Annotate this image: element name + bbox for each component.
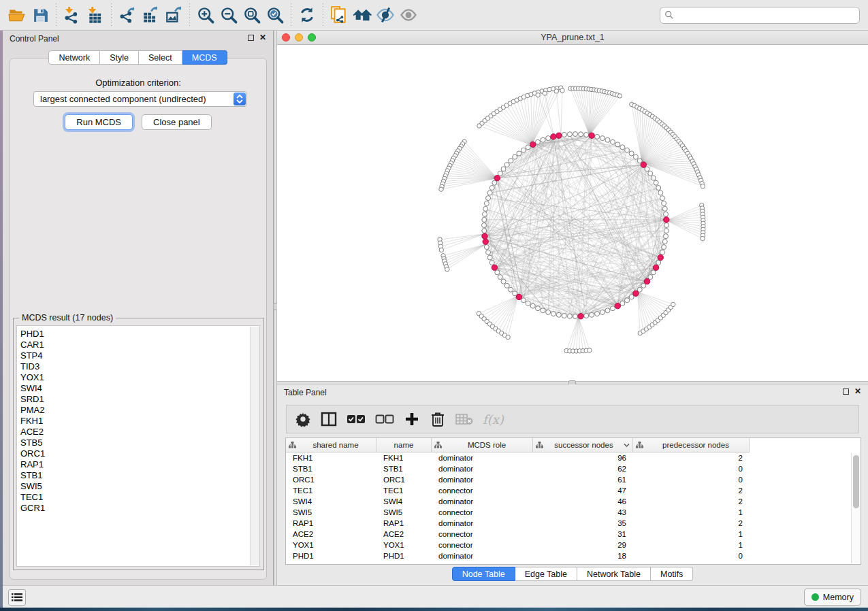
show-columns-button[interactable] (321, 410, 337, 428)
tab-motifs[interactable]: Motifs (651, 567, 693, 581)
table-row[interactable]: YOX1YOX1connector291 (286, 540, 861, 550)
export-table-button[interactable] (139, 3, 162, 27)
show-all-button[interactable] (397, 3, 420, 27)
cell-predecessor-nodes: 0 (633, 465, 750, 473)
cell-shared-name: RAP1 (286, 519, 376, 527)
hide-selected-button[interactable] (374, 3, 397, 27)
zoom-selected-icon (266, 6, 285, 24)
column-header-MCDS-role[interactable]: MCDS role (432, 438, 533, 452)
import-network-button[interactable] (61, 3, 84, 27)
table-row[interactable]: ORC1ORC1dominator610 (286, 474, 861, 485)
column-header-name[interactable]: name (376, 438, 432, 452)
float-panel-icon[interactable] (843, 389, 849, 395)
run-mcds-button[interactable]: Run MCDS (65, 114, 133, 130)
network-canvas[interactable] (277, 45, 868, 381)
table-row[interactable]: PHD1PHD1dominator180 (286, 550, 861, 561)
table-row[interactable]: RAP1RAP1dominator352 (286, 518, 861, 529)
deselect-all-columns-button[interactable] (375, 410, 394, 428)
table-scrollbar-thumb[interactable] (853, 455, 859, 508)
optimization-criterion-label: Optimization criterion: (10, 78, 266, 88)
mcds-result-item[interactable]: STB5 (20, 437, 259, 448)
mcds-result-item[interactable]: TEC1 (20, 492, 259, 503)
delete-table-button[interactable] (455, 410, 473, 428)
export-network-button[interactable] (116, 3, 139, 27)
zoom-out-button[interactable] (217, 3, 240, 27)
hierarchy-icon (636, 442, 643, 448)
optimization-criterion-select[interactable]: largest connected component (undirected) (33, 91, 247, 107)
tab-edge-table[interactable]: Edge Table (515, 567, 577, 581)
table-row[interactable]: TEC1TEC1connector472 (286, 485, 861, 496)
cell-predecessor-nodes: 2 (633, 454, 750, 462)
table-row[interactable]: FKH1FKH1dominator962 (286, 452, 861, 463)
tab-select[interactable]: Select (139, 50, 182, 65)
memory-button[interactable]: Memory (804, 589, 861, 606)
mcds-result-item[interactable]: PHD1 (20, 329, 259, 340)
mcds-result-item[interactable]: PMA2 (20, 405, 259, 416)
table-row[interactable]: SWI5SWI5connector431 (286, 507, 861, 518)
add-column-button[interactable] (404, 410, 420, 428)
mcds-result-item[interactable]: YOX1 (20, 372, 259, 383)
open-session-button[interactable] (5, 3, 29, 27)
mcds-result-item[interactable]: GCR1 (20, 503, 259, 514)
export-image-button[interactable] (162, 3, 185, 27)
mcds-result-item[interactable]: TID3 (20, 361, 259, 372)
column-header-predecessor-nodes[interactable]: predecessor nodes (633, 438, 750, 452)
tab-style[interactable]: Style (100, 50, 139, 65)
select-all-columns-button[interactable] (347, 410, 366, 428)
import-table-button[interactable] (84, 3, 107, 27)
mcds-result-group: MCDS result (17 nodes) PHD1CAR1STP4TID3Y… (13, 318, 264, 570)
apply-function-button[interactable]: f(x) (483, 410, 504, 428)
cell-successor-nodes: 43 (533, 508, 633, 516)
mcds-result-item[interactable]: FKH1 (20, 416, 259, 427)
save-session-button[interactable] (29, 3, 52, 27)
mcds-result-item[interactable]: RAP1 (20, 459, 259, 470)
tab-mcds[interactable]: MCDS (182, 50, 227, 65)
close-panel-icon[interactable]: ✕ (259, 34, 266, 41)
mcds-result-item[interactable]: ACE2 (20, 427, 259, 437)
refresh-network-button[interactable] (295, 3, 319, 27)
close-panel-icon[interactable]: ✕ (854, 388, 861, 395)
first-neighbors-button[interactable] (351, 3, 374, 27)
network-window-titlebar[interactable]: YPA_prune.txt_1 (277, 31, 868, 45)
zoom-fit-button[interactable] (240, 3, 263, 27)
search-input[interactable] (674, 10, 855, 20)
control-panel: Control Panel ✕ NetworkStyleSelectMCDS O… (3, 31, 274, 585)
mcds-result-list[interactable]: PHD1CAR1STP4TID3YOX1SWI4SRD1PMA2FKH1ACE2… (16, 325, 260, 567)
mcds-result-item[interactable]: CAR1 (20, 340, 259, 350)
plus-icon (405, 412, 419, 426)
table-scrollbar-track[interactable] (851, 453, 860, 563)
list-scrollbar-track[interactable] (250, 327, 259, 565)
mcds-result-item[interactable]: SWI4 (20, 383, 259, 394)
table-row[interactable]: STB1STB1dominator620 (286, 463, 861, 474)
network-search[interactable] (660, 7, 860, 24)
minimize-window-icon[interactable] (295, 33, 303, 42)
mcds-result-item[interactable]: ORC1 (20, 448, 259, 459)
tab-network-table[interactable]: Network Table (577, 567, 651, 581)
hierarchy-icon (536, 442, 543, 448)
import-network-icon (63, 6, 81, 24)
mcds-result-item[interactable]: SWI5 (20, 481, 259, 492)
table-row[interactable]: ACE2ACE2connector311 (286, 529, 861, 540)
close-panel-button[interactable]: Close panel (142, 114, 212, 130)
new-network-from-selection-button[interactable] (327, 3, 351, 27)
search-icon (664, 10, 674, 20)
control-panel-tabs: NetworkStyleSelectMCDS (3, 50, 273, 65)
mcds-result-item[interactable]: SRD1 (20, 394, 259, 405)
zoom-selected-button[interactable] (263, 3, 287, 27)
table-options-button[interactable] (295, 410, 311, 428)
cell-name: STB1 (376, 465, 432, 473)
close-window-icon[interactable] (282, 33, 290, 42)
task-history-button[interactable] (8, 589, 26, 606)
tab-node-table[interactable]: Node Table (452, 567, 515, 581)
mcds-result-item[interactable]: STP4 (20, 350, 259, 361)
maximize-window-icon[interactable] (308, 33, 316, 42)
column-header-successor-nodes[interactable]: successor nodes (533, 438, 633, 452)
mcds-result-item[interactable]: STB1 (20, 470, 259, 481)
float-panel-icon[interactable] (248, 35, 254, 41)
tab-network[interactable]: Network (48, 50, 100, 65)
network-graph[interactable] (277, 45, 868, 381)
table-row[interactable]: SWI4SWI4dominator462 (286, 496, 861, 507)
zoom-in-button[interactable] (194, 3, 217, 27)
column-header-shared-name[interactable]: shared name (286, 438, 376, 452)
delete-columns-button[interactable] (430, 410, 446, 428)
